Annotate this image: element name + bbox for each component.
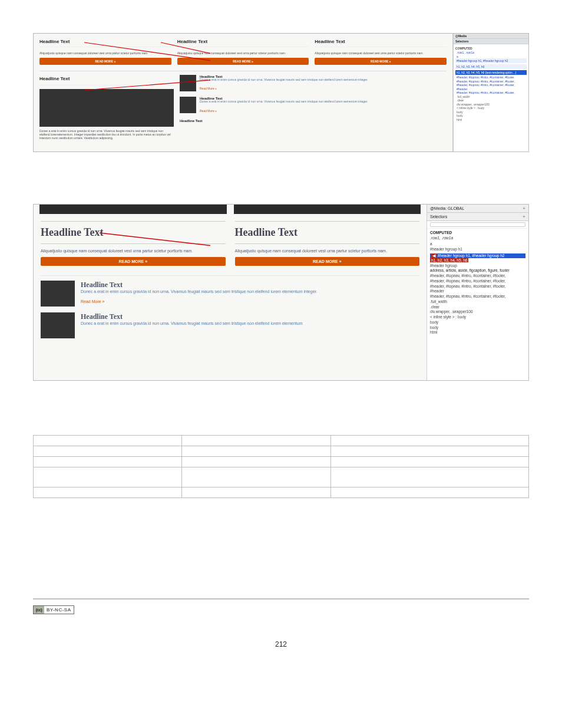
headline: Headline Text bbox=[235, 221, 420, 244]
plus-icon[interactable]: + bbox=[523, 214, 525, 219]
selector-line[interactable]: body bbox=[430, 325, 525, 331]
headline: Headline Text bbox=[39, 75, 174, 85]
panel-head-selectors[interactable]: Selectors + bbox=[427, 213, 528, 221]
dev-panel: @Media Selectors COMPUTED .row1, .row1a … bbox=[453, 34, 528, 151]
selector-line[interactable]: #header hgroup h1, #header hgroup h2 bbox=[455, 58, 527, 63]
table-row bbox=[34, 457, 529, 467]
col-3: Headline Text Aliquatjusto quisque nam c… bbox=[315, 38, 447, 65]
read-more-button[interactable]: READ MORE » bbox=[315, 58, 447, 65]
read-more-link[interactable]: Read More » bbox=[200, 87, 217, 90]
selector-line[interactable]: html bbox=[430, 330, 525, 335]
headline: Headline Text bbox=[81, 312, 303, 321]
thumb bbox=[180, 97, 196, 113]
headline: Headline Text bbox=[177, 38, 309, 47]
selector-line[interactable]: h1, h2, h3, h4, h5, h6 bbox=[455, 64, 527, 69]
selector-line[interactable]: .clear bbox=[430, 305, 525, 310]
screenshot-1: Headline Text Aliquatjusto quisque nam c… bbox=[33, 33, 529, 152]
selector-search[interactable] bbox=[427, 221, 528, 229]
thumb bbox=[41, 312, 75, 338]
cc-icon: (cc) bbox=[34, 606, 44, 614]
list-item: Headline Text Donec a erat in enim cursu… bbox=[41, 312, 419, 338]
list-item: Headline Text Donec a erat in enim cursu… bbox=[41, 281, 419, 307]
read-more-button[interactable]: READ MORE » bbox=[39, 58, 171, 65]
selectors-label: Selectors bbox=[430, 215, 447, 219]
table-row bbox=[34, 467, 529, 487]
selector-selected[interactable]: ◀#header hgroup h1, #header hgroup h2 bbox=[430, 253, 525, 258]
dev-panel: @Media: GLOBAL + Selectors + COMPUTED .r… bbox=[427, 205, 528, 380]
list-item: Headline Text Donec a erat in enim cursu… bbox=[180, 75, 447, 93]
selector-line[interactable]: < inline style > : body bbox=[430, 315, 525, 320]
selector-line[interactable]: body bbox=[430, 320, 525, 325]
list-item: Headline Text bbox=[180, 119, 447, 123]
table-row bbox=[34, 436, 529, 446]
table-row bbox=[34, 446, 529, 457]
side-list: Headline Text Donec a erat in enim cursu… bbox=[180, 75, 447, 140]
feature-image bbox=[39, 89, 174, 127]
panel-tab-selectors[interactable]: Selectors bbox=[454, 39, 528, 44]
divider bbox=[33, 598, 529, 599]
empty-table bbox=[33, 435, 529, 498]
read-more-link[interactable]: Read More » bbox=[81, 299, 104, 304]
panel-tab-media[interactable]: @Media bbox=[454, 34, 528, 39]
selector-selected-2[interactable]: h1, h2, h3, h4, h5, h6 bbox=[430, 258, 468, 262]
read-more-button[interactable]: READ MORE » bbox=[41, 257, 226, 266]
media-label: @Media: GLOBAL bbox=[430, 206, 464, 210]
headline: Headline Text bbox=[180, 119, 203, 123]
computed-label: COMPUTED bbox=[455, 47, 527, 50]
selector-line[interactable]: #header hgroup bbox=[430, 263, 525, 269]
panel-head-media[interactable]: @Media: GLOBAL + bbox=[427, 205, 528, 213]
selector-line[interactable]: .full_width bbox=[430, 299, 525, 305]
screenshot-2-preview: Headline Text Aliquatjusto quisque nam c… bbox=[34, 205, 427, 380]
selector-line[interactable]: #header, #topnav, #intro, #container, #f… bbox=[430, 294, 525, 299]
selector-line[interactable]: #header, #topnav, #intro, #container, #f… bbox=[430, 274, 525, 279]
blurb: Donec a erat in enim cursus gravida id n… bbox=[200, 78, 368, 82]
read-more-link[interactable]: Read More » bbox=[200, 109, 217, 113]
image-placeholder bbox=[39, 205, 227, 214]
blurb: Aliquatjusto quisque nam consequat dolor… bbox=[177, 52, 309, 55]
plus-icon[interactable]: + bbox=[523, 206, 525, 211]
blurb: Aliquatjusto quisque nam consequat dolor… bbox=[235, 249, 420, 253]
col-2: Headline Text Aliquatjusto quisque nam c… bbox=[177, 38, 309, 65]
blurb: Aliquatjusto quisque nam consequat dolor… bbox=[41, 249, 226, 253]
page-number: 212 bbox=[33, 640, 529, 648]
selector-line[interactable]: a bbox=[430, 242, 525, 247]
selector-line[interactable]: html bbox=[455, 118, 527, 122]
selector-selected[interactable]: h1, h2, h3, h4, h5, h6 {text-rendering:o… bbox=[455, 70, 527, 75]
col-1: Headline Text Aliquatjusto quisque nam c… bbox=[39, 38, 171, 65]
blurb: Donec a erat in enim cursus gravida id n… bbox=[81, 321, 303, 327]
image-placeholder bbox=[234, 205, 421, 214]
blurb: Aliquatjusto quisque nam consequat dolor… bbox=[39, 52, 171, 55]
blurb: Donec a erat in enim cursus gravida id n… bbox=[200, 100, 368, 104]
selector-line[interactable]: div.wrapper, .wrapper100 bbox=[430, 309, 525, 315]
table-row bbox=[34, 487, 529, 498]
screenshot-1-preview: Headline Text Aliquatjusto quisque nam c… bbox=[34, 34, 453, 151]
caption: Donec a erat in enim cursus gravida id n… bbox=[39, 129, 174, 140]
selector-line[interactable]: .row1, .row1a bbox=[430, 236, 525, 240]
item-list: Headline Text Donec a erat in enim cursu… bbox=[34, 281, 427, 338]
read-more-button[interactable]: READ MORE » bbox=[177, 58, 309, 65]
selector-line[interactable]: #header, #topnav, #intro, #container, #f… bbox=[430, 279, 525, 284]
computed-label: COMPUTED bbox=[430, 230, 525, 235]
headline: Headline Text bbox=[81, 281, 317, 289]
screenshot-2: Headline Text Aliquatjusto quisque nam c… bbox=[33, 204, 529, 381]
headline: Headline Text bbox=[39, 38, 171, 47]
thumb bbox=[41, 281, 75, 307]
blurb: Donec a erat in enim cursus gravida id n… bbox=[81, 289, 317, 295]
read-more-button[interactable]: READ MORE » bbox=[235, 257, 420, 266]
list-item: Headline Text Donec a erat in enim cursu… bbox=[180, 97, 447, 114]
selector-line[interactable]: address, article, aside, figcaption, fig… bbox=[430, 268, 525, 274]
thumb bbox=[180, 75, 196, 91]
headline: Headline Text bbox=[315, 38, 447, 47]
headline: Headline Text bbox=[41, 221, 226, 244]
blurb: Aliquatjusto quisque nam consequat dolor… bbox=[315, 52, 447, 55]
selector-text: #header hgroup h1, #header hgroup h2 bbox=[438, 253, 504, 258]
cc-text: BY-NC-SA bbox=[44, 607, 74, 612]
cc-license-badge: (cc) BY-NC-SA bbox=[33, 605, 74, 614]
selector-line[interactable]: #header, #topnav, #intro, #container, #f… bbox=[430, 284, 525, 289]
col-1: Headline Text Aliquatjusto quisque nam c… bbox=[41, 221, 226, 266]
selector-line[interactable]: #header hgroup h1 bbox=[430, 247, 525, 252]
feature-col: Headline Text Donec a erat in enim cursu… bbox=[39, 75, 174, 140]
col-2: Headline Text Aliquatjusto quisque nam c… bbox=[235, 221, 420, 266]
selector-line[interactable]: #header bbox=[430, 289, 525, 294]
